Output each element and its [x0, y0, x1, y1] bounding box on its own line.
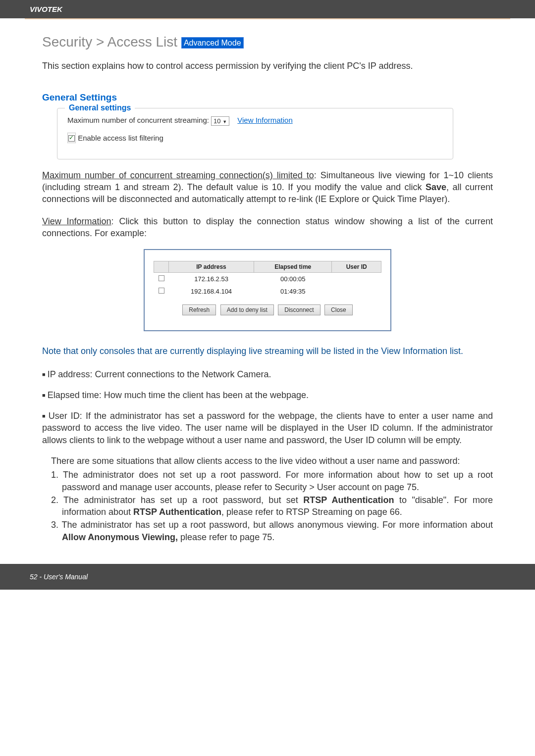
save-word: Save — [426, 182, 446, 192]
situations-lead: There are some situations that allow cli… — [42, 455, 493, 467]
chevron-down-icon: ▼ — [222, 119, 227, 124]
enable-filtering-label: Enable access list filtering — [78, 134, 163, 142]
title-text: Security > Access List — [42, 34, 177, 50]
bullet-elapsed: ■Elapsed time: How much time the client … — [42, 389, 493, 401]
max-streaming-select[interactable]: 10 ▼ — [211, 116, 229, 126]
row-checkbox[interactable] — [159, 288, 164, 294]
cell-elapsed: 00:00:05 — [254, 273, 332, 286]
square-bullet-icon: ■ — [42, 392, 46, 398]
footer-bar: 52 - User's Manual — [0, 564, 535, 590]
situation-2: 2. The administrator has set up a root p… — [42, 494, 493, 518]
brand: VIVOTEK — [30, 5, 62, 13]
note-text: Note that only consoles that are current… — [42, 345, 493, 357]
bullet-elapsed-text: Elapsed time: How much time the client h… — [48, 390, 309, 400]
row-checkbox[interactable] — [159, 275, 164, 281]
general-settings-box: General settings Maximum number of concu… — [57, 108, 453, 159]
situation-3: 3. The administrator has set up a root p… — [42, 519, 493, 543]
bullet-ip: ■IP address: Current connections to the … — [42, 368, 493, 380]
col-ip: IP address — [169, 261, 254, 273]
square-bullet-icon: ■ — [42, 371, 46, 377]
general-settings-heading: General Settings — [42, 92, 493, 103]
table-row: 192.168.4.104 01:49:35 — [154, 285, 381, 298]
refresh-button[interactable]: Refresh — [182, 304, 216, 315]
box-title: General settings — [65, 103, 135, 112]
col-elapsed: Elapsed time — [254, 261, 332, 273]
sit2-e: , please refer to RTSP Streaming on page… — [221, 507, 402, 517]
square-bullet-icon: ■ — [42, 413, 47, 419]
enable-filtering-row: Enable access list filtering — [67, 133, 443, 143]
view-information-link[interactable]: View Information — [237, 116, 292, 124]
max-streaming-row: Maximum number of concurrent streaming: … — [67, 116, 443, 126]
bullet-ip-text: IP address: Current connections to the N… — [48, 369, 271, 379]
bullet-userid-text: User ID: If the administrator has set a … — [42, 411, 493, 445]
col-select — [154, 261, 169, 273]
view-info-underlined: View Information — [42, 216, 111, 226]
max-streaming-value: 10 — [214, 117, 220, 125]
cell-ip: 172.16.2.53 — [169, 273, 254, 286]
sit2-a: 2. The administrator has set up a root p… — [51, 495, 303, 505]
cell-elapsed: 01:49:35 — [254, 285, 332, 298]
enable-filtering-checkbox[interactable] — [68, 135, 75, 142]
header-bar: VIVOTEK — [0, 0, 535, 18]
page-title: Security > Access List Advanced Mode — [42, 34, 493, 50]
close-button[interactable]: Close — [324, 304, 353, 315]
bullet-userid: ■User ID: If the administrator has set a… — [42, 410, 493, 446]
situation-1: 1. The administrator does not set up a r… — [42, 469, 493, 493]
content: Security > Access List Advanced Mode Thi… — [0, 19, 535, 564]
max-conn-paragraph: Maximum number of concurrent streaming c… — [42, 169, 493, 205]
footer-text: 52 - User's Manual — [30, 573, 88, 581]
add-deny-button[interactable]: Add to deny list — [220, 304, 274, 315]
connection-table: IP address Elapsed time User ID 172.16.2… — [154, 261, 381, 298]
cell-user — [332, 273, 381, 286]
sit3-c: please refer to page 75. — [178, 532, 274, 542]
view-info-paragraph: View Information: Click this button to d… — [42, 215, 493, 240]
cell-ip: 192.168.4.104 — [169, 285, 254, 298]
col-userid: User ID — [332, 261, 381, 273]
table-row: 172.16.2.53 00:00:05 — [154, 273, 381, 286]
enable-filtering-checkbox-wrap — [67, 133, 76, 143]
sit3-a: 3. The administrator has set up a root p… — [51, 520, 493, 530]
sit2-b: RTSP Authentication — [303, 495, 394, 505]
max-conn-underlined: Maximum number of concurrent streaming c… — [42, 170, 314, 180]
sit2-d: RTSP Authentication — [133, 507, 221, 517]
max-streaming-label: Maximum number of concurrent streaming: — [67, 116, 209, 124]
cell-user — [332, 285, 381, 298]
intro-text: This section explains how to control acc… — [42, 60, 493, 72]
advanced-mode-badge: Advanced Mode — [181, 37, 244, 49]
dialog-buttons: Refresh Add to deny list Disconnect Clos… — [154, 304, 381, 315]
sit3-b: Allow Anonymous Viewing, — [62, 532, 178, 542]
connection-dialog: IP address Elapsed time User ID 172.16.2… — [144, 249, 391, 331]
disconnect-button[interactable]: Disconnect — [278, 304, 320, 315]
